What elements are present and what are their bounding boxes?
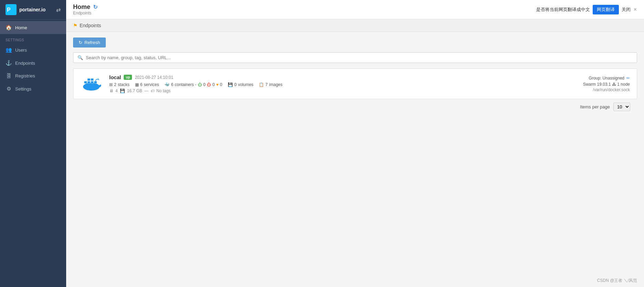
sidebar-item-endpoints[interactable]: ⚓ Endpoints: [0, 56, 66, 70]
search-icon: 🔍: [78, 55, 83, 60]
endpoint-meta: 🖥 4 💾 16.7 GB — 🏷 No tags: [109, 88, 554, 93]
services-icon: ▦: [135, 82, 139, 87]
containers-stopped-count: 0: [212, 82, 215, 87]
per-page-label: Items per page: [580, 104, 610, 109]
portainer-logo-icon: P: [6, 4, 17, 15]
swarm-text: Swarm 19.03.1: [583, 82, 611, 87]
sidebar-item-users-label: Users: [15, 47, 61, 53]
volumes-stat: 💾 0 volumes: [228, 82, 253, 87]
endpoint-info: local up 2021-08-27 14:10:01 ⊞ 2 stacks …: [109, 74, 554, 93]
containers-stopped-icon: ⏻: [207, 82, 211, 87]
search-bar: 🔍: [73, 52, 637, 63]
memory-size: 16.7 GB: [127, 88, 142, 93]
cpu-count: 4: [115, 88, 118, 93]
pagination-bar: Items per page 5 10 25 50: [73, 99, 637, 115]
endpoints-header-icon: ⚑: [73, 23, 78, 28]
services-label: services: [144, 82, 159, 87]
docker-logo-icon: [80, 75, 102, 93]
topbar-left: Home ↻ Endpoints: [73, 3, 98, 15]
translate-close-icon[interactable]: ✕: [633, 7, 637, 12]
topbar-refresh-icon[interactable]: ↻: [93, 4, 98, 10]
volumes-icon: 💾: [228, 82, 233, 87]
images-stat: 📋 7 images: [259, 82, 282, 87]
containers-running-count: 0: [203, 82, 206, 87]
logo-text: portainer.io: [19, 7, 45, 12]
settings-section-label: SETTINGS: [0, 34, 66, 43]
group-label: Group: Unassigned ✏: [561, 76, 630, 81]
svg-rect-7: [88, 78, 90, 81]
containers-count: 6: [171, 82, 173, 87]
footer-watermark: CSDN @王者 ＼/风范: [597, 278, 637, 284]
cpu-icon: 🖥: [109, 88, 113, 93]
containers-separator: containers -: [175, 82, 196, 87]
endpoint-right: Group: Unassigned ✏ Swarm 19.03.1 🖧 1 no…: [561, 76, 630, 92]
endpoint-card[interactable]: local up 2021-08-27 14:10:01 ⊞ 2 stacks …: [73, 68, 637, 99]
main-area: Home ↻ Endpoints 是否将当前网页翻译成中文 网页翻译 关闭 ✕ …: [66, 0, 644, 287]
containers-stat: 🐳 6 containers - ⏻ 0 ⏻ 0 ♥ 0: [164, 82, 222, 87]
nodes-text: 1 node: [617, 82, 630, 87]
volumes-count: 0: [234, 82, 237, 87]
topbar-title-row: Home ↻: [73, 3, 98, 11]
endpoint-tags: No tags: [156, 88, 171, 93]
endpoint-name: local: [109, 74, 121, 80]
volumes-label: volumes: [238, 82, 254, 87]
containers-running-icon: ⏻: [198, 82, 202, 87]
topbar-subtitle: Endpoints: [73, 11, 98, 15]
group-text: Group: Unassigned: [589, 76, 624, 81]
swarm-info: Swarm 19.03.1 🖧 1 node: [561, 82, 630, 87]
containers-healthy-icon: ♥: [216, 82, 218, 87]
registries-icon: 🗄: [6, 73, 12, 79]
sidebar-item-home[interactable]: 🏠 Home: [0, 21, 66, 34]
sidebar-item-users[interactable]: 👥 Users: [0, 43, 66, 56]
endpoint-name-row: local up 2021-08-27 14:10:01: [109, 74, 554, 80]
svg-rect-8: [91, 78, 93, 81]
endpoint-stats: ⊞ 2 stacks ▦ 6 services 🐳 6 contai: [109, 82, 554, 87]
sidebar-item-endpoints-label: Endpoints: [15, 61, 61, 66]
node-icon: 🖧: [612, 82, 617, 87]
per-page-select[interactable]: 5 10 25 50: [613, 103, 630, 111]
svg-rect-9: [94, 81, 97, 83]
translate-bar: 是否将当前网页翻译成中文 网页翻译 关闭 ✕: [536, 5, 637, 14]
endpoints-header-title: Endpoints: [80, 23, 101, 28]
images-count: 7: [265, 82, 268, 87]
translate-button[interactable]: 网页翻译: [593, 5, 619, 14]
sidebar-nav: 🏠 Home SETTINGS 👥 Users ⚓ Endpoints 🗄 Re…: [0, 20, 66, 287]
images-label: images: [269, 82, 283, 87]
search-input[interactable]: [86, 55, 633, 60]
images-icon: 📋: [259, 82, 264, 87]
sidebar-toggle-icon[interactable]: ⇄: [56, 7, 61, 13]
sidebar-item-settings[interactable]: ⚙ Settings: [0, 82, 66, 95]
refresh-button[interactable]: ↻ Refresh: [73, 38, 106, 47]
logo-area: P portainer.io ⇄: [0, 0, 66, 20]
sidebar-item-home-label: Home: [15, 25, 61, 30]
svg-rect-5: [88, 81, 90, 83]
edit-group-icon[interactable]: ✏: [626, 76, 630, 81]
endpoint-date: 2021-08-27 14:10:01: [135, 75, 173, 80]
sidebar-item-registries[interactable]: 🗄 Registries: [0, 70, 66, 82]
svg-point-3: [84, 83, 99, 89]
svg-text:P: P: [7, 7, 11, 13]
settings-icon: ⚙: [6, 86, 12, 92]
stacks-stat: ⊞ 2 stacks: [109, 82, 130, 87]
endpoints-icon: ⚓: [6, 60, 12, 66]
path-info: /var/run/docker.sock: [561, 87, 630, 92]
svg-rect-6: [91, 81, 93, 83]
translate-question: 是否将当前网页翻译成中文: [536, 7, 590, 13]
users-icon: 👥: [6, 47, 12, 53]
content-area: ⚑ Endpoints ↻ Refresh 🔍: [66, 19, 644, 287]
refresh-btn-label: Refresh: [84, 40, 100, 45]
stacks-icon: ⊞: [109, 82, 113, 87]
tag-icon: 🏷: [151, 89, 154, 93]
home-icon: 🏠: [6, 24, 12, 31]
services-count: 6: [140, 82, 143, 87]
topbar: Home ↻ Endpoints 是否将当前网页翻译成中文 网页翻译 关闭 ✕: [66, 0, 644, 19]
memory-icon: 💾: [120, 88, 125, 93]
page-title: Home: [73, 3, 90, 11]
close-translate-button[interactable]: 关闭: [622, 7, 631, 13]
containers-icon: 🐳: [164, 82, 170, 87]
containers-healthy-count: 0: [220, 82, 222, 87]
content-body: ↻ Refresh 🔍: [66, 32, 644, 120]
sidebar-item-settings-label: Settings: [15, 86, 61, 92]
stacks-label: stacks: [118, 82, 130, 87]
services-stat: ▦ 6 services: [135, 82, 159, 87]
